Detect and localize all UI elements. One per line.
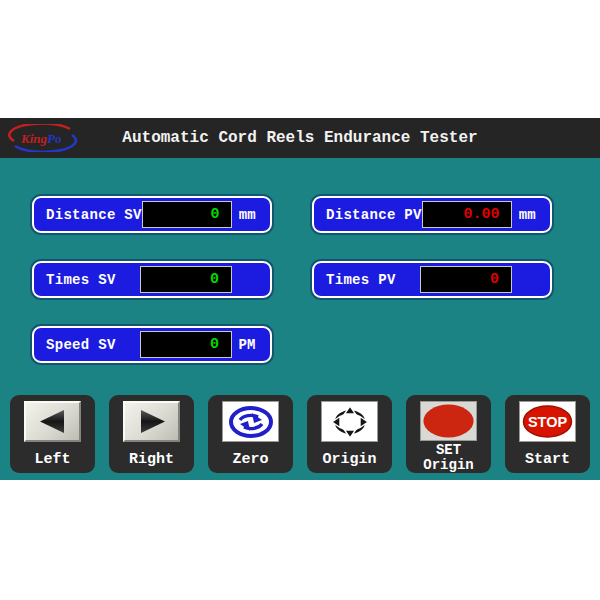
- page-title: Automatic Cord Reels Endurance Tester: [0, 118, 600, 158]
- zero-button[interactable]: Zero: [208, 395, 293, 473]
- times-sv-field[interactable]: 0: [140, 266, 232, 293]
- start-button[interactable]: STOP Start: [505, 395, 590, 473]
- distance-pv-field: 0.00: [422, 201, 513, 228]
- red-ellipse-icon: [420, 401, 477, 441]
- left-button-label: Left: [34, 451, 70, 468]
- set-origin-button-label: SET Origin: [423, 443, 473, 473]
- hmi-window: KingPo Automatic Cord Reels Endurance Te…: [0, 118, 600, 480]
- stop-sign-icon: STOP: [519, 401, 576, 442]
- origin-target-icon: [321, 401, 378, 442]
- distance-sv-unit: mm: [232, 207, 262, 223]
- sync-arrows-icon: [222, 401, 279, 442]
- title-bar: KingPo Automatic Cord Reels Endurance Te…: [0, 118, 600, 158]
- set-origin-button[interactable]: SET Origin: [406, 395, 491, 473]
- times-pv-field: 0: [420, 266, 512, 293]
- times-sv-label: Times SV: [46, 272, 116, 288]
- speed-sv-unit: PM: [232, 337, 262, 353]
- distance-pv-label: Distance PV: [326, 207, 422, 223]
- panel-times-pv: Times PV 0: [312, 261, 552, 298]
- panel-distance-pv: Distance PV 0.00 mm: [312, 196, 552, 233]
- set-origin-label-line1: SET: [436, 442, 461, 458]
- origin-button-label: Origin: [322, 451, 376, 468]
- origin-button[interactable]: Origin: [307, 395, 392, 473]
- distance-pv-unit: mm: [512, 207, 542, 223]
- screenshot-page: KingPo Automatic Cord Reels Endurance Te…: [0, 0, 600, 600]
- start-button-label: Start: [525, 451, 570, 468]
- main-area: Distance SV 0 mm Distance PV 0.00 mm Tim…: [0, 158, 600, 480]
- button-row: Left Right: [0, 395, 600, 473]
- panel-times-sv: Times SV 0: [32, 261, 272, 298]
- set-origin-label-line2: Origin: [423, 457, 473, 473]
- zero-button-label: Zero: [232, 451, 268, 468]
- panel-speed-sv: Speed SV 0 PM: [32, 326, 272, 363]
- right-button-label: Right: [129, 451, 174, 468]
- left-button[interactable]: Left: [10, 395, 95, 473]
- arrow-left-icon: [24, 401, 81, 442]
- speed-sv-label: Speed SV: [46, 337, 116, 353]
- stop-icon-text: STOP: [528, 414, 568, 430]
- distance-sv-label: Distance SV: [46, 207, 142, 223]
- right-button[interactable]: Right: [109, 395, 194, 473]
- panel-distance-sv: Distance SV 0 mm: [32, 196, 272, 233]
- times-pv-label: Times PV: [326, 272, 396, 288]
- distance-sv-field[interactable]: 0: [142, 201, 233, 228]
- speed-sv-field[interactable]: 0: [140, 331, 232, 358]
- arrow-right-icon: [123, 401, 180, 442]
